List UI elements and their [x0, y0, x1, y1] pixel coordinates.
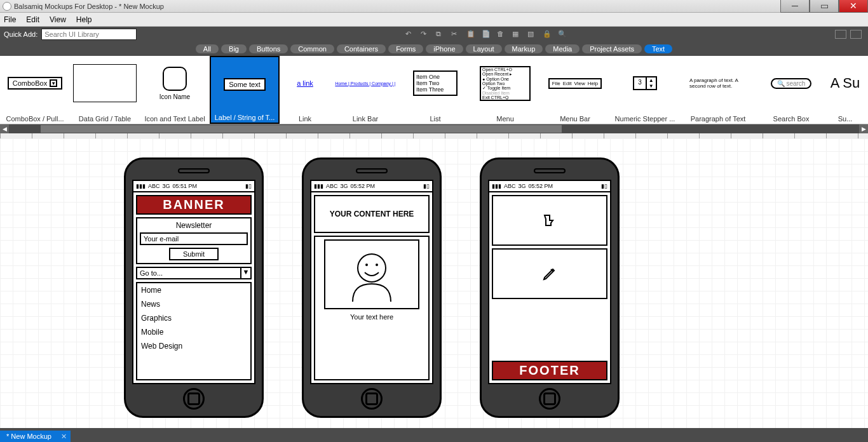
canvas[interactable]: ▮▮▮ ABC 3G 05:51 PM ▮▯ BANNER Newsletter… — [0, 138, 868, 436]
label-text: Some text — [224, 78, 266, 91]
tab-close-icon[interactable]: ✕ — [61, 432, 67, 441]
phone-speaker — [356, 168, 388, 173]
pencil-icon — [542, 266, 557, 281]
image-placeholder[interactable] — [324, 239, 419, 309]
submit-button[interactable]: Submit — [169, 248, 219, 260]
svg-point-2 — [376, 264, 378, 266]
cat-all[interactable]: All — [196, 44, 219, 53]
toggle-panel-icon[interactable] — [850, 30, 862, 39]
home-button[interactable] — [183, 388, 205, 410]
list-item[interactable]: Mobile — [137, 325, 250, 339]
signal-icon: ▮▮▮ — [492, 183, 501, 189]
lock-icon[interactable]: 🔒 — [543, 30, 552, 39]
menu-file[interactable]: File — [4, 15, 16, 24]
signal-icon: ▮▮▮ — [136, 183, 146, 189]
window-title: Balsamiq Mockups For Desktop - * New Moc… — [14, 3, 164, 10]
lib-label: Su... — [829, 115, 862, 123]
email-field[interactable]: Your e-mail — [140, 232, 248, 245]
content-heading[interactable]: YOUR CONTENT HERE — [314, 195, 430, 233]
maximize-button[interactable]: ▭ — [810, 0, 839, 13]
lib-label: Menu Bar — [543, 115, 607, 123]
status-bar: ▮▮▮ ABC 3G 05:51 PM ▮▯ — [133, 181, 254, 192]
edit-box[interactable] — [492, 248, 607, 299]
menu-edit[interactable]: Edit — [26, 15, 39, 24]
cat-layout[interactable]: Layout — [466, 44, 502, 53]
lib-searchbox[interactable]: 🔍 search Search Box — [756, 56, 826, 124]
lib-label: Icon and Text Label — [142, 115, 207, 123]
lib-label: Search Box — [759, 115, 824, 123]
scroll-left-icon[interactable]: ◀ — [0, 124, 9, 133]
redo-icon[interactable]: ↷ — [421, 30, 430, 39]
group-icon[interactable]: ▦ — [512, 30, 521, 39]
clipboard-icon[interactable]: 📄 — [482, 30, 491, 39]
minimize-button[interactable]: ─ — [780, 0, 810, 13]
tab-new-mockup[interactable]: * New Mockup ✕ — [0, 431, 71, 442]
ungroup-icon[interactable]: ▧ — [527, 30, 536, 39]
mockup-phone-2[interactable]: ▮▮▮ ABC 3G 05:52 PM ▮▯ YOUR CONTENT HERE… — [302, 157, 442, 418]
lib-menubar[interactable]: FileEditViewHelp Menu Bar — [540, 56, 610, 124]
lib-datagrid[interactable]: Data Grid / Table — [70, 56, 140, 124]
toggle-full-icon[interactable] — [835, 30, 846, 39]
paste-icon[interactable]: 📋 — [466, 30, 475, 39]
copy-icon[interactable]: ⧉ — [436, 30, 445, 39]
ui-library: ComboBox▼ ComboBox / Pull... Data Grid /… — [0, 56, 868, 124]
app-icon — [3, 2, 11, 11]
banner[interactable]: BANNER — [136, 195, 252, 215]
lib-linkbar[interactable]: Home | Products | Company | | Link Bar — [330, 56, 400, 124]
cat-containers[interactable]: Containers — [337, 44, 386, 53]
content-image-box[interactable]: Your text here — [314, 236, 430, 380]
caption-text[interactable]: Your text here — [315, 309, 428, 322]
cat-forms[interactable]: Forms — [388, 44, 423, 53]
goto-select[interactable]: Go to...▼ — [136, 267, 252, 279]
cat-media[interactable]: Media — [545, 44, 580, 53]
lib-label: Link Bar — [333, 115, 398, 123]
lib-stepper[interactable]: 3▲▼ Numeric Stepper ... — [610, 56, 680, 124]
lib-icon-label[interactable]: Icon Name Icon and Text Label — [140, 56, 210, 124]
lib-list[interactable]: Item OneItem TwoItem Three List — [400, 56, 470, 124]
menu-help[interactable]: Help — [76, 15, 92, 24]
list-item[interactable]: Home — [137, 283, 250, 297]
cat-big[interactable]: Big — [221, 44, 247, 53]
mockup-phone-3[interactable]: ▮▮▮ ABC 3G 05:52 PM ▮▯ FOOTER — [480, 157, 620, 418]
lib-label[interactable]: Some text Label / String of T... — [210, 56, 280, 124]
close-button[interactable]: ✕ — [839, 0, 868, 13]
quickadd-input[interactable] — [41, 29, 137, 40]
lib-menu[interactable]: Open CTRL+O Open Recent ▸ ● Option One O… — [470, 56, 540, 124]
twitter-box[interactable] — [492, 195, 607, 246]
list-item[interactable]: Graphics — [137, 311, 250, 325]
library-scrollbar[interactable]: ◀ ▶ — [0, 124, 868, 133]
scroll-right-icon[interactable]: ▶ — [859, 124, 868, 133]
mockup-phone-1[interactable]: ▮▮▮ ABC 3G 05:51 PM ▮▯ BANNER Newsletter… — [124, 157, 264, 418]
cat-iphone[interactable]: iPhone — [426, 44, 463, 53]
zoom-icon[interactable]: 🔍 — [558, 30, 567, 39]
cat-buttons[interactable]: Buttons — [249, 44, 288, 53]
lib-link[interactable]: a link Link — [280, 56, 330, 124]
lib-subtitle[interactable]: A Su Su... — [826, 56, 864, 124]
lib-label: Menu — [473, 115, 538, 123]
nav-list: Home News Graphics Mobile Web Design — [136, 282, 252, 380]
cat-markup[interactable]: Markup — [505, 44, 543, 53]
link-text: a link — [297, 79, 313, 87]
quickadd-label: Quick Add: — [4, 30, 37, 38]
menu-bar: File Edit View Help — [0, 13, 868, 27]
cat-text[interactable]: Text — [644, 44, 672, 53]
lib-label: ComboBox / Pull... — [3, 115, 67, 123]
cat-common[interactable]: Common — [290, 44, 334, 53]
lib-paragraph[interactable]: A paragraph of text. A second row of tex… — [680, 56, 756, 124]
home-button[interactable] — [539, 388, 560, 410]
delete-icon[interactable]: 🗑 — [497, 30, 506, 39]
list-item[interactable]: Web Design — [137, 339, 250, 353]
signal-icon: ▮▮▮ — [314, 183, 323, 189]
toolbar-icons: ↶ ↷ ⧉ ✂ 📋 📄 🗑 ▦ ▧ 🔒 🔍 — [137, 30, 835, 39]
home-button[interactable] — [361, 388, 383, 410]
footer[interactable]: FOOTER — [492, 361, 607, 380]
document-tabs: * New Mockup ✕ — [0, 428, 868, 442]
status-bar: ▮▮▮ ABC 3G 05:52 PM ▮▯ — [489, 181, 610, 192]
list-item[interactable]: News — [137, 297, 250, 311]
undo-icon[interactable]: ↶ — [405, 30, 414, 39]
lib-combobox[interactable]: ComboBox▼ ComboBox / Pull... — [0, 56, 70, 124]
battery-icon: ▮▯ — [423, 183, 430, 189]
cut-icon[interactable]: ✂ — [451, 30, 460, 39]
cat-assets[interactable]: Project Assets — [582, 44, 642, 53]
menu-view[interactable]: View — [50, 15, 66, 24]
